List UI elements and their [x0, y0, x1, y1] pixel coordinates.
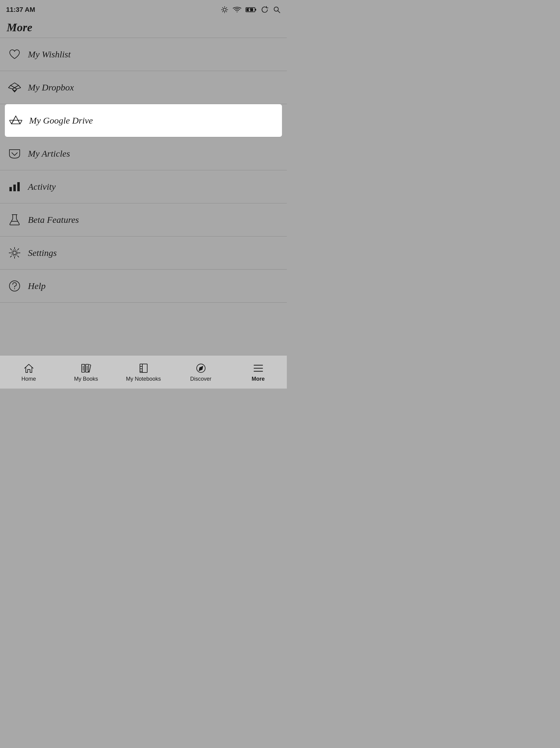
- dropbox-label: My Dropbox: [28, 82, 74, 93]
- settings-label: Settings: [28, 248, 57, 258]
- nav-item-discover[interactable]: Discover: [172, 362, 230, 382]
- svg-marker-18: [13, 90, 17, 92]
- help-icon: [7, 278, 22, 294]
- page-header: More: [0, 18, 287, 38]
- heart-icon: [7, 46, 22, 62]
- svg-point-29: [13, 251, 16, 255]
- nav-discover-label: Discover: [190, 376, 211, 382]
- nav-item-more[interactable]: More: [230, 362, 287, 382]
- menu-item-settings[interactable]: Settings: [0, 236, 287, 270]
- more-icon: [252, 362, 264, 374]
- menu-item-google-drive[interactable]: My Google Drive: [5, 104, 282, 137]
- nav-item-home[interactable]: Home: [0, 362, 57, 382]
- svg-line-7: [227, 7, 227, 8]
- bottom-nav: Home My Books My Notebooks: [0, 355, 287, 389]
- menu-item-wishlist[interactable]: My Wishlist: [0, 38, 287, 71]
- discover-icon: [195, 362, 207, 374]
- menu-item-articles[interactable]: My Articles: [0, 137, 287, 170]
- svg-rect-25: [13, 185, 16, 191]
- menu-item-help[interactable]: Help: [0, 270, 287, 303]
- pocket-icon: [7, 146, 22, 162]
- svg-rect-26: [17, 182, 20, 191]
- status-time: 11:37 AM: [6, 6, 35, 14]
- nav-item-my-notebooks[interactable]: My Notebooks: [115, 362, 172, 382]
- flask-icon: [7, 212, 22, 228]
- status-bar: 11:37 AM: [0, 0, 287, 18]
- svg-line-6: [227, 11, 227, 12]
- books-icon: [80, 362, 92, 374]
- nav-item-my-books[interactable]: My Books: [57, 362, 115, 382]
- brightness-icon: [221, 6, 229, 14]
- svg-line-13: [278, 11, 280, 13]
- dropbox-icon: [7, 79, 22, 95]
- status-icons: [221, 6, 281, 14]
- google-drive-icon: [8, 113, 24, 128]
- activity-label: Activity: [28, 182, 56, 192]
- beta-features-label: Beta Features: [28, 215, 79, 225]
- svg-line-8: [223, 11, 223, 12]
- svg-marker-22: [18, 120, 22, 124]
- notebooks-icon: [138, 362, 149, 374]
- activity-icon: [7, 179, 22, 194]
- help-label: Help: [28, 281, 46, 291]
- page-title: More: [7, 21, 280, 34]
- google-drive-label: My Google Drive: [29, 115, 93, 126]
- sync-icon: [261, 6, 269, 14]
- battery-icon: [246, 7, 256, 13]
- menu-list: My Wishlist My Dropbox My Google D: [0, 38, 287, 303]
- nav-my-books-label: My Books: [74, 376, 98, 382]
- svg-point-32: [14, 288, 15, 289]
- menu-item-dropbox[interactable]: My Dropbox: [0, 71, 287, 104]
- wishlist-label: My Wishlist: [28, 49, 71, 60]
- svg-line-5: [223, 7, 223, 8]
- svg-point-0: [223, 8, 226, 11]
- menu-item-beta-features[interactable]: Beta Features: [0, 203, 287, 236]
- menu-item-activity[interactable]: Activity: [0, 170, 287, 203]
- settings-icon: [7, 245, 22, 261]
- wifi-icon: [233, 6, 241, 13]
- articles-label: My Articles: [28, 148, 70, 159]
- nav-more-label: More: [252, 376, 265, 382]
- search-icon[interactable]: [273, 6, 281, 14]
- nav-home-label: Home: [21, 376, 36, 382]
- svg-rect-24: [9, 187, 12, 191]
- nav-my-notebooks-label: My Notebooks: [126, 376, 161, 382]
- svg-rect-10: [255, 9, 256, 10]
- home-icon: [23, 362, 35, 374]
- svg-marker-14: [10, 83, 19, 88]
